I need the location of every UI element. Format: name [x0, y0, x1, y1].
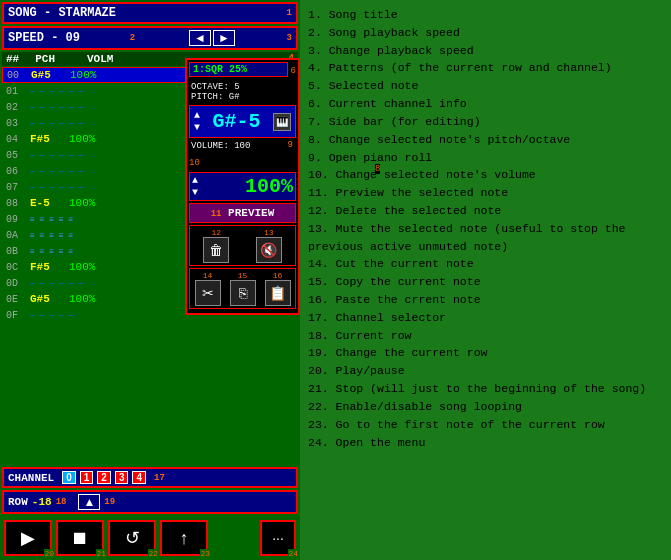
note-editor-panel: 1:SQR 25% 6 OCTAVE: 5 PITCH: G# 8 ▲ ▼ G#…	[185, 58, 300, 315]
num3-badge: 3	[287, 33, 292, 43]
channel-label: CHANNEL	[8, 472, 54, 484]
num20-badge: 20	[44, 549, 54, 558]
speed-decrease-button[interactable]: ◄	[189, 30, 211, 46]
row-label: ROW	[8, 496, 28, 508]
help-item-9: 9. Open piano roll	[308, 149, 663, 167]
pitch-down-arrows: ▲ ▼	[194, 110, 200, 133]
num24-badge: 24	[288, 549, 298, 558]
volume-display: ▲ ▼ 100%	[189, 172, 296, 201]
num2-badge: 2	[130, 33, 135, 43]
help-item-1: 1. Song title	[308, 6, 663, 24]
big-note-display: ▲ ▼ G#-5 🎹	[189, 105, 296, 138]
edit-actions-row: 14 ✂ 15 ⎘ 16 📋	[189, 268, 296, 309]
help-item-21: 21. Stop (will just to the beginning of …	[308, 380, 663, 398]
pitch-up-arrow[interactable]: ▲	[194, 110, 200, 121]
vol-down-arrow[interactable]: ▼	[192, 187, 198, 198]
preview-button[interactable]: 11 PREVIEW	[189, 203, 296, 223]
num18-badge: 18	[56, 497, 67, 507]
help-item-22: 22. Enable/disable song looping	[308, 398, 663, 416]
speed-increase-button[interactable]: ►	[213, 30, 235, 46]
paste-button[interactable]: 📋	[265, 280, 291, 306]
help-item-15: 15. Copy the current note	[308, 273, 663, 291]
help-item-2: 2. Song playback speed	[308, 24, 663, 42]
mute-note-button[interactable]: 🔇	[256, 237, 282, 263]
vol-arrows: ▲ ▼	[192, 175, 198, 198]
help-item-5: 5. Selected note	[308, 77, 663, 95]
num12-badge: 12	[211, 228, 221, 237]
help-item-7: 7. Side bar (for editing)	[308, 113, 663, 131]
help-item-14: 14. Cut the current note	[308, 255, 663, 273]
copy-button[interactable]: ⎘	[230, 280, 256, 306]
playback-row: ▶ 20 ⏹ 21 ↺ 22 ↑ 23 ··· 24	[2, 518, 298, 558]
num13-badge: 13	[264, 228, 274, 237]
channel-3-button[interactable]: 3	[115, 471, 129, 484]
channel-4-button[interactable]: 4	[132, 471, 146, 484]
num17-badge: 17	[154, 473, 165, 483]
volume-label: VOLUME: 100	[189, 140, 296, 152]
help-item-17: 17. Channel selector	[308, 309, 663, 327]
help-item-18: 18. Current row	[308, 327, 663, 345]
help-item-4: 4. Patterns (of the current row and chan…	[308, 59, 663, 77]
col-volm: VOLM	[87, 53, 113, 65]
speed-row: SPEED - 09 2 ◄ ► 3	[2, 26, 298, 50]
num22-badge: 22	[148, 549, 158, 558]
pitch-down-arrow[interactable]: ▼	[194, 122, 200, 133]
num10-badge: 10	[189, 158, 200, 168]
vol-up-arrow[interactable]: ▲	[192, 175, 198, 186]
left-panel: SONG - STARMAZE 1 SPEED - 09 2 ◄ ► 3 ## …	[0, 0, 300, 560]
delete-note-button[interactable]: 🗑	[203, 237, 229, 263]
help-item-20: 20. Play/pause	[308, 362, 663, 380]
help-item-13: 13. Mute the selected note (useful to st…	[308, 220, 663, 256]
num19-badge: 19	[104, 497, 115, 507]
note-actions-row: 12 🗑 13 🔇	[189, 225, 296, 266]
row-value: -18	[32, 496, 52, 508]
help-item-16: 16. Paste the crrent note	[308, 291, 663, 309]
song-title: SONG - STARMAZE	[8, 6, 287, 20]
help-item-8: 8. Change selected note's pitch/octave	[308, 131, 663, 149]
help-item-23: 23. Go to the first note of the current …	[308, 416, 663, 434]
channel-0-button[interactable]: 0	[62, 471, 76, 484]
song-title-row: SONG - STARMAZE 1	[2, 2, 298, 24]
col-hash: ##	[6, 53, 19, 65]
help-item-24: 24. Open the menu	[308, 434, 663, 452]
help-panel: 1. Song title 2. Song playback speed 3. …	[300, 0, 671, 560]
num23-badge: 23	[200, 549, 210, 558]
help-item-10: 10. Change selected note's volume	[308, 166, 663, 184]
help-item-12: 12. Delete the selected note	[308, 202, 663, 220]
help-list: 1. Song title 2. Song playback speed 3. …	[308, 6, 663, 451]
channel-row: CHANNEL 0 1 2 3 4 17	[2, 467, 298, 488]
row-nav: ROW -18 18 ▲ 19	[2, 490, 298, 514]
help-item-6: 6. Current channel info	[308, 95, 663, 113]
piano-roll-icon[interactable]: 🎹	[273, 113, 291, 131]
num16-badge: 16	[273, 271, 283, 280]
waveform-display[interactable]: 1:SQR 25%	[189, 62, 288, 77]
channel-1-button[interactable]: 1	[80, 471, 94, 484]
help-item-19: 19. Change the current row	[308, 344, 663, 362]
cut-button[interactable]: ✂	[195, 280, 221, 306]
speed-label: SPEED - 09	[8, 31, 80, 45]
col-pch: PCH	[35, 53, 55, 65]
num1-badge: 1	[287, 8, 292, 18]
channel-2-button[interactable]: 2	[97, 471, 111, 484]
num8-badge: 8	[375, 164, 380, 174]
octave-display: OCTAVE: 5 PITCH: G#	[189, 81, 296, 103]
num6-badge: 6	[291, 66, 296, 76]
num15-badge: 15	[238, 271, 248, 280]
num9-badge: 9	[288, 140, 293, 150]
num14-badge: 14	[203, 271, 213, 280]
help-item-3: 3. Change playback speed	[308, 42, 663, 60]
help-item-11: 11. Preview the selected note	[308, 184, 663, 202]
row-up-button[interactable]: ▲	[78, 494, 100, 510]
num21-badge: 21	[96, 549, 106, 558]
